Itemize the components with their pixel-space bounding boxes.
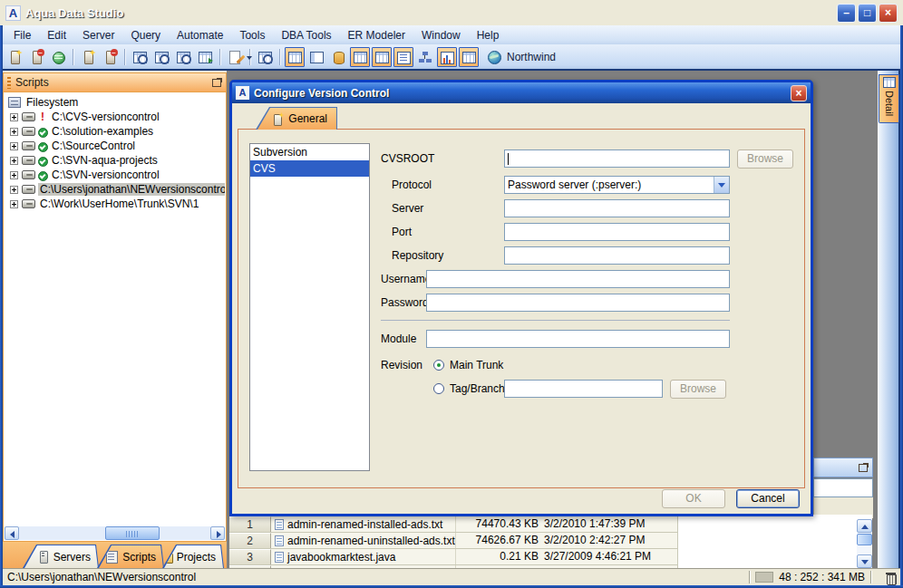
table-row[interactable]: 1admin-renamed-installed-ads.txt74470.43… [229, 516, 678, 533]
hierarchy-view-button[interactable] [415, 47, 435, 67]
edit-grid-button[interactable] [372, 47, 392, 67]
register-server-button[interactable] [5, 47, 24, 67]
float-panel-icon[interactable] [859, 463, 869, 472]
db-objects-button[interactable] [328, 47, 348, 67]
scroll-left-button[interactable] [5, 526, 19, 540]
servers-icon [36, 551, 49, 563]
tree-root-filesystem[interactable]: Filesystem [5, 95, 225, 110]
tree-item[interactable]: C:\SVN-aqua-projects [5, 153, 225, 168]
form-view-button[interactable] [306, 47, 326, 67]
query-analyzer-button[interactable] [130, 47, 150, 67]
scroll-down-button[interactable] [857, 554, 872, 568]
repository-input[interactable] [504, 246, 730, 265]
vcs-item-cvs[interactable]: CVS [250, 160, 369, 177]
query-analyzer-current-icon [176, 50, 191, 64]
tree-item[interactable]: C:\solution-examples [5, 124, 225, 139]
text-results-button[interactable] [393, 47, 413, 67]
table-row[interactable]: 3javabookmarktest.java0.21 KB3/27/2009 4… [229, 549, 678, 565]
trash-icon[interactable] [886, 572, 896, 583]
grid-results-button[interactable] [285, 47, 305, 67]
menu-server[interactable]: Server [74, 27, 122, 43]
detail-tab[interactable]: Detail [879, 74, 899, 123]
horizontal-scrollbar[interactable] [5, 526, 225, 540]
tag-branch-browse-button[interactable]: Browse [670, 380, 726, 399]
dialog-close-button[interactable]: × [791, 85, 807, 101]
server-properties-icon [51, 50, 66, 64]
protocol-dropdown[interactable]: Password server (:pserver:) [504, 176, 730, 194]
expand-plus-icon[interactable] [10, 157, 18, 165]
cvsroot-browse-button[interactable]: Browse [737, 149, 793, 169]
menu-tools[interactable]: Tools [231, 27, 273, 43]
minimize-button[interactable]: – [837, 4, 856, 23]
ok-button[interactable]: OK [662, 489, 725, 508]
table-data-button[interactable] [459, 47, 479, 67]
tag-branch-radio[interactable] [433, 383, 444, 394]
menu-automate[interactable]: Automate [169, 27, 231, 43]
username-input[interactable] [426, 270, 730, 288]
scrollbar-thumb[interactable] [857, 534, 872, 545]
menu-dba-tools[interactable]: DBA Tools [273, 27, 339, 43]
dropdown-arrow-icon[interactable] [247, 56, 252, 60]
maximize-button[interactable]: □ [858, 4, 877, 23]
tree-item[interactable]: C:\SourceControl [5, 139, 225, 153]
tab-label: Projects [177, 551, 216, 564]
chevron-down-icon[interactable] [714, 177, 729, 193]
tab-general[interactable]: General [256, 107, 337, 130]
scroll-right-button[interactable] [210, 526, 225, 540]
cvsroot-input[interactable] [504, 149, 730, 168]
menu-er-modeler[interactable]: ER Modeler [340, 27, 413, 43]
query-analyzer-new-button[interactable] [151, 47, 171, 67]
scripts-panel-header[interactable]: Scripts [4, 73, 226, 92]
expand-plus-icon[interactable] [10, 113, 18, 121]
connect-server-button[interactable] [78, 47, 98, 67]
disconnect-server-button[interactable] [100, 47, 120, 67]
vertical-scrollbar[interactable] [857, 519, 872, 568]
menu-window[interactable]: Window [413, 27, 469, 43]
schema-browser-icon [257, 50, 273, 64]
server-properties-button[interactable] [48, 47, 68, 67]
pivot-grid-button[interactable] [350, 47, 370, 67]
main-trunk-radio[interactable] [433, 360, 444, 371]
menu-edit[interactable]: Edit [39, 27, 74, 43]
expand-plus-icon[interactable] [10, 142, 18, 150]
scroll-up-button[interactable] [857, 519, 872, 533]
port-input[interactable] [504, 223, 730, 241]
tree-item-label: C:\SVN-aqua-projects [50, 154, 160, 167]
expand-plus-icon[interactable] [10, 128, 18, 136]
password-input[interactable] [426, 294, 730, 312]
module-input[interactable] [426, 330, 730, 348]
ok-badge-icon [38, 169, 47, 180]
tree-item[interactable]: C:\Users\jonathan\NEWversionscontrol [5, 182, 225, 197]
menu-query[interactable]: Query [122, 27, 169, 43]
float-panel-icon[interactable] [212, 78, 222, 87]
cancel-button[interactable]: Cancel [736, 489, 800, 508]
schema-browser-button[interactable] [255, 47, 275, 67]
file-date-cell: 3/2/2010 1:47:39 PM [541, 516, 678, 532]
tree-item[interactable]: C:\SVN-versioncontrol [5, 168, 225, 182]
general-tab-icon [273, 112, 284, 125]
expand-plus-icon[interactable] [10, 186, 18, 194]
edit-script-button[interactable] [225, 47, 245, 67]
tree-item[interactable]: C:\Work\UserHome\Trunk\SVN\1 [5, 197, 225, 211]
tab-scripts[interactable]: Scripts [97, 545, 164, 568]
query-analyzer-current-button[interactable] [173, 47, 193, 67]
close-button[interactable]: × [879, 4, 898, 23]
vcs-item-subversion[interactable]: Subversion [250, 144, 369, 160]
table-row[interactable]: 2admin-renamed-uninstalled-ads.txt74626.… [229, 533, 678, 549]
ok-badge-icon [38, 126, 47, 137]
scrollbar-thumb[interactable] [105, 526, 160, 540]
tab-servers[interactable]: Servers [23, 545, 99, 568]
menu-help[interactable]: Help [469, 27, 508, 43]
tree-item[interactable]: C:\CVS-versioncontrol [5, 110, 225, 124]
expand-plus-icon[interactable] [10, 171, 18, 179]
results-filter-input[interactable] [813, 478, 873, 497]
unregister-server-button[interactable] [26, 47, 46, 67]
drive-icon [22, 170, 35, 179]
tab-projects[interactable]: Projects [162, 545, 224, 568]
chart-view-button[interactable] [437, 47, 457, 67]
expand-plus-icon[interactable] [10, 200, 18, 208]
menu-file[interactable]: File [5, 27, 39, 43]
import-export-button[interactable] [195, 47, 215, 67]
server-input[interactable] [504, 199, 730, 217]
tag-branch-input[interactable] [504, 380, 663, 398]
